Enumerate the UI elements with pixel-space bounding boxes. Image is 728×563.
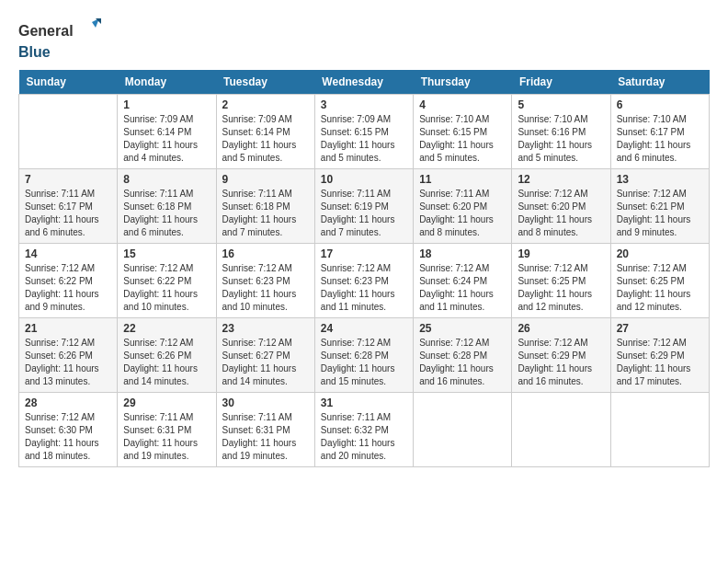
- calendar-cell: 18Sunrise: 7:12 AM Sunset: 6:24 PM Dayli…: [414, 243, 512, 317]
- day-number: 24: [321, 322, 407, 335]
- day-number: 10: [321, 173, 407, 186]
- day-number: 6: [617, 98, 703, 111]
- day-number: 15: [123, 247, 210, 260]
- day-info: Sunrise: 7:11 AM Sunset: 6:20 PM Dayligh…: [419, 188, 506, 239]
- day-info: Sunrise: 7:10 AM Sunset: 6:17 PM Dayligh…: [617, 113, 703, 165]
- calendar-cell: 6Sunrise: 7:10 AM Sunset: 6:17 PM Daylig…: [610, 94, 709, 168]
- day-info: Sunrise: 7:12 AM Sunset: 6:22 PM Dayligh…: [123, 262, 210, 314]
- day-info: Sunrise: 7:11 AM Sunset: 6:17 PM Dayligh…: [25, 188, 111, 239]
- day-info: Sunrise: 7:12 AM Sunset: 6:26 PM Dayligh…: [123, 337, 210, 388]
- calendar-cell: 24Sunrise: 7:12 AM Sunset: 6:28 PM Dayli…: [314, 317, 413, 392]
- day-number: 30: [222, 396, 309, 409]
- logo-general-text: General: [18, 23, 74, 40]
- logo-bird-icon: [75, 18, 101, 44]
- calendar-cell: 29Sunrise: 7:11 AM Sunset: 6:31 PM Dayli…: [118, 392, 216, 466]
- day-info: Sunrise: 7:09 AM Sunset: 6:15 PM Dayligh…: [321, 113, 407, 165]
- day-number: 19: [518, 247, 604, 260]
- calendar-cell: 9Sunrise: 7:11 AM Sunset: 6:18 PM Daylig…: [216, 168, 314, 243]
- calendar-cell: 15Sunrise: 7:12 AM Sunset: 6:22 PM Dayli…: [118, 243, 216, 317]
- day-number: 25: [419, 322, 506, 335]
- day-number: 21: [25, 322, 111, 335]
- day-number: 28: [25, 396, 111, 409]
- page-header: General Blue: [18, 18, 710, 61]
- calendar-cell: 17Sunrise: 7:12 AM Sunset: 6:23 PM Dayli…: [314, 243, 413, 317]
- calendar-cell: 11Sunrise: 7:11 AM Sunset: 6:20 PM Dayli…: [414, 168, 512, 243]
- day-number: 27: [617, 322, 703, 335]
- calendar-cell: 21Sunrise: 7:12 AM Sunset: 6:26 PM Dayli…: [19, 317, 118, 392]
- day-number: 20: [617, 247, 703, 260]
- day-info: Sunrise: 7:12 AM Sunset: 6:23 PM Dayligh…: [222, 262, 309, 314]
- day-number: 31: [321, 396, 407, 409]
- day-info: Sunrise: 7:12 AM Sunset: 6:29 PM Dayligh…: [617, 337, 703, 388]
- day-info: Sunrise: 7:11 AM Sunset: 6:18 PM Dayligh…: [123, 188, 210, 239]
- calendar-cell: 23Sunrise: 7:12 AM Sunset: 6:27 PM Dayli…: [216, 317, 314, 392]
- calendar-cell: 28Sunrise: 7:12 AM Sunset: 6:30 PM Dayli…: [19, 392, 118, 466]
- day-info: Sunrise: 7:11 AM Sunset: 6:19 PM Dayligh…: [321, 188, 407, 239]
- calendar-cell: 26Sunrise: 7:12 AM Sunset: 6:29 PM Dayli…: [512, 317, 610, 392]
- calendar-cell: 22Sunrise: 7:12 AM Sunset: 6:26 PM Dayli…: [118, 317, 216, 392]
- day-number: 14: [25, 247, 111, 260]
- calendar-week-row: 1Sunrise: 7:09 AM Sunset: 6:14 PM Daylig…: [19, 94, 710, 168]
- calendar-cell: 13Sunrise: 7:12 AM Sunset: 6:21 PM Dayli…: [610, 168, 709, 243]
- calendar-cell: 14Sunrise: 7:12 AM Sunset: 6:22 PM Dayli…: [19, 243, 118, 317]
- calendar-cell: 16Sunrise: 7:12 AM Sunset: 6:23 PM Dayli…: [216, 243, 314, 317]
- calendar-week-row: 7Sunrise: 7:11 AM Sunset: 6:17 PM Daylig…: [19, 168, 710, 243]
- calendar-cell: [19, 94, 118, 168]
- calendar-cell: 25Sunrise: 7:12 AM Sunset: 6:28 PM Dayli…: [414, 317, 512, 392]
- calendar-cell: 5Sunrise: 7:10 AM Sunset: 6:16 PM Daylig…: [512, 94, 610, 168]
- day-info: Sunrise: 7:12 AM Sunset: 6:29 PM Dayligh…: [518, 337, 604, 388]
- calendar-cell: 20Sunrise: 7:12 AM Sunset: 6:25 PM Dayli…: [610, 243, 709, 317]
- calendar-cell: 3Sunrise: 7:09 AM Sunset: 6:15 PM Daylig…: [314, 94, 413, 168]
- day-number: 26: [518, 322, 604, 335]
- calendar-cell: 30Sunrise: 7:11 AM Sunset: 6:31 PM Dayli…: [216, 392, 314, 466]
- day-of-week-header: Friday: [512, 70, 610, 95]
- day-of-week-header: Sunday: [19, 70, 118, 95]
- day-info: Sunrise: 7:12 AM Sunset: 6:25 PM Dayligh…: [617, 262, 703, 314]
- day-number: 3: [321, 98, 407, 111]
- calendar-header-row: SundayMondayTuesdayWednesdayThursdayFrid…: [19, 70, 710, 95]
- day-of-week-header: Saturday: [610, 70, 709, 95]
- day-number: 29: [123, 396, 210, 409]
- calendar-cell: 10Sunrise: 7:11 AM Sunset: 6:19 PM Dayli…: [314, 168, 413, 243]
- calendar-cell: 1Sunrise: 7:09 AM Sunset: 6:14 PM Daylig…: [118, 94, 216, 168]
- calendar-table: SundayMondayTuesdayWednesdayThursdayFrid…: [18, 70, 710, 467]
- day-info: Sunrise: 7:10 AM Sunset: 6:15 PM Dayligh…: [419, 113, 506, 165]
- day-info: Sunrise: 7:12 AM Sunset: 6:24 PM Dayligh…: [419, 262, 506, 314]
- day-number: 7: [25, 173, 111, 186]
- day-of-week-header: Monday: [118, 70, 216, 95]
- calendar-cell: [512, 392, 610, 466]
- day-info: Sunrise: 7:12 AM Sunset: 6:30 PM Dayligh…: [25, 411, 111, 463]
- day-number: 23: [222, 322, 309, 335]
- day-number: 5: [518, 98, 604, 111]
- day-number: 12: [518, 173, 604, 186]
- calendar-cell: 12Sunrise: 7:12 AM Sunset: 6:20 PM Dayli…: [512, 168, 610, 243]
- day-info: Sunrise: 7:12 AM Sunset: 6:28 PM Dayligh…: [321, 337, 407, 388]
- calendar-cell: 7Sunrise: 7:11 AM Sunset: 6:17 PM Daylig…: [19, 168, 118, 243]
- day-info: Sunrise: 7:12 AM Sunset: 6:25 PM Dayligh…: [518, 262, 604, 314]
- day-of-week-header: Tuesday: [216, 70, 314, 95]
- calendar-cell: 4Sunrise: 7:10 AM Sunset: 6:15 PM Daylig…: [414, 94, 512, 168]
- day-info: Sunrise: 7:11 AM Sunset: 6:31 PM Dayligh…: [123, 411, 210, 463]
- day-number: 1: [123, 98, 210, 111]
- calendar-cell: 19Sunrise: 7:12 AM Sunset: 6:25 PM Dayli…: [512, 243, 610, 317]
- day-number: 9: [222, 173, 309, 186]
- calendar-cell: [414, 392, 512, 466]
- day-number: 2: [222, 98, 309, 111]
- day-info: Sunrise: 7:09 AM Sunset: 6:14 PM Dayligh…: [123, 113, 210, 165]
- day-number: 13: [617, 173, 703, 186]
- calendar-cell: 31Sunrise: 7:11 AM Sunset: 6:32 PM Dayli…: [314, 392, 413, 466]
- day-number: 8: [123, 173, 210, 186]
- day-number: 22: [123, 322, 210, 335]
- day-info: Sunrise: 7:12 AM Sunset: 6:26 PM Dayligh…: [25, 337, 111, 388]
- calendar-week-row: 21Sunrise: 7:12 AM Sunset: 6:26 PM Dayli…: [19, 317, 710, 392]
- day-of-week-header: Thursday: [414, 70, 512, 95]
- day-info: Sunrise: 7:12 AM Sunset: 6:20 PM Dayligh…: [518, 188, 604, 239]
- day-info: Sunrise: 7:10 AM Sunset: 6:16 PM Dayligh…: [518, 113, 604, 165]
- calendar-cell: 8Sunrise: 7:11 AM Sunset: 6:18 PM Daylig…: [118, 168, 216, 243]
- logo-blue-text: Blue: [18, 44, 51, 61]
- calendar-cell: 27Sunrise: 7:12 AM Sunset: 6:29 PM Dayli…: [610, 317, 709, 392]
- day-info: Sunrise: 7:11 AM Sunset: 6:32 PM Dayligh…: [321, 411, 407, 463]
- day-number: 17: [321, 247, 407, 260]
- calendar-cell: 2Sunrise: 7:09 AM Sunset: 6:14 PM Daylig…: [216, 94, 314, 168]
- day-info: Sunrise: 7:12 AM Sunset: 6:21 PM Dayligh…: [617, 188, 703, 239]
